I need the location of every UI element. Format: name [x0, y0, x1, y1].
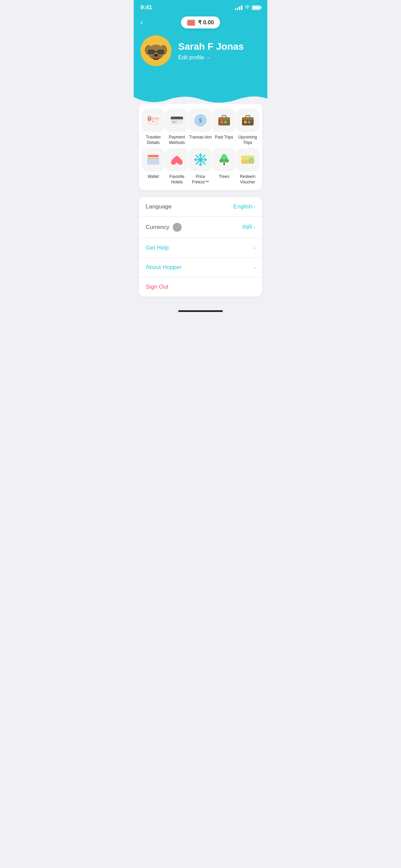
favorite-hotels-icon: [165, 148, 189, 171]
grid-item-traveler-details[interactable]: ★ Traveler Details: [142, 109, 165, 145]
payment-methods-label: Payment Methods: [165, 135, 189, 145]
svg-point-39: [244, 121, 247, 123]
svg-rect-10: [155, 51, 157, 52]
profile-info: Sarah F Jonas Edit profile →: [178, 41, 244, 61]
svg-rect-57: [223, 162, 225, 165]
upcoming-trips-label: Upcoming Trips: [236, 135, 259, 145]
wallet-label: Wallet: [148, 174, 159, 180]
get-help-label: Get Help: [146, 244, 169, 251]
language-value: English ›: [233, 203, 255, 210]
redeem-voucher-icon: $: [236, 148, 259, 171]
traveler-details-icon: ★: [142, 109, 165, 132]
trees-icon: [212, 148, 236, 171]
svg-rect-25: [172, 121, 177, 122]
language-label: Language: [146, 203, 172, 210]
upcoming-trips-icon: [236, 109, 259, 132]
wave-divider: [134, 87, 267, 104]
currency-dot: [173, 223, 182, 232]
currency-chevron: ›: [254, 225, 255, 230]
svg-rect-11: [148, 50, 154, 53]
home-bar: [178, 310, 223, 312]
traveler-details-label: Traveler Details: [142, 135, 165, 145]
status-icons: [235, 5, 260, 10]
grid-item-trees[interactable]: Trees: [212, 148, 236, 185]
grid-item-upcoming-trips[interactable]: Upcoming Trips: [236, 109, 259, 145]
status-time: 9:41: [141, 4, 152, 11]
grid-item-price-freeze[interactable]: Price Freeze™: [189, 148, 212, 185]
svg-point-7: [154, 54, 158, 57]
currency-left: Currency: [146, 223, 182, 232]
edit-profile-link[interactable]: Edit profile →: [178, 55, 244, 61]
svg-rect-41: [147, 158, 159, 165]
svg-rect-24: [171, 118, 183, 119]
about-hopper-row[interactable]: About Hopper ›: [139, 258, 262, 277]
currency-row[interactable]: Currency INR ›: [139, 217, 262, 238]
language-chevron: ›: [254, 204, 255, 209]
profile-name: Sarah F Jonas: [178, 41, 244, 52]
price-freeze-label: Price Freeze™: [189, 174, 212, 185]
svg-text:$: $: [250, 159, 252, 162]
header: ‹ ₹ 0.00: [134, 14, 267, 28]
wallet-balance: ₹ 0.00: [198, 19, 214, 26]
grid-item-past-trips[interactable]: Past Trips: [212, 109, 236, 145]
svg-rect-12: [158, 50, 163, 53]
wallet-icon: [187, 20, 195, 26]
avatar: [141, 35, 171, 66]
main-content: ★ Traveler Details Payment Methods: [134, 103, 267, 303]
svg-text:$: $: [199, 118, 202, 123]
back-button[interactable]: ‹: [141, 18, 143, 27]
svg-rect-37: [242, 119, 254, 120]
svg-point-34: [224, 121, 227, 123]
svg-rect-31: [218, 119, 230, 120]
grid-row-1: ★ Traveler Details Payment Methods: [142, 109, 259, 145]
about-hopper-label: About Hopper: [146, 264, 182, 271]
currency-label: Currency: [146, 224, 169, 231]
transaction-label: Transac-tion: [189, 135, 212, 140]
trees-label: Trees: [219, 174, 229, 180]
wallet-icon: [142, 148, 165, 171]
payment-methods-icon: [165, 109, 189, 132]
signal-icon: [235, 5, 242, 10]
svg-rect-32: [222, 116, 226, 118]
grid-item-transaction[interactable]: $ Transac-tion: [189, 109, 212, 145]
grid-item-favorite-hotels[interactable]: Favorite Hotels: [165, 148, 189, 185]
status-bar: 9:41: [134, 0, 267, 14]
favorite-hotels-label: Favorite Hotels: [165, 174, 189, 185]
svg-point-16: [152, 121, 154, 123]
language-row[interactable]: Language English ›: [139, 197, 262, 217]
get-help-chevron: ›: [254, 245, 255, 251]
settings-section: Language English › Currency INR › Get He…: [139, 197, 262, 297]
svg-point-59: [219, 159, 223, 162]
svg-point-40: [248, 121, 251, 123]
grid-section: ★ Traveler Details Payment Methods: [139, 103, 262, 190]
price-freeze-icon: [189, 148, 212, 171]
sign-out-label: Sign Out: [146, 284, 168, 290]
svg-point-33: [220, 121, 223, 123]
grid-item-payment-methods[interactable]: Payment Methods: [165, 109, 189, 145]
wifi-icon: [244, 5, 250, 10]
grid-row-2: Wallet Favorite Hotels: [142, 148, 259, 185]
wallet-pill[interactable]: ₹ 0.00: [181, 16, 220, 28]
svg-text:★: ★: [149, 119, 150, 121]
past-trips-icon: [212, 109, 236, 132]
svg-point-60: [225, 159, 229, 162]
svg-point-61: [222, 154, 227, 159]
svg-rect-44: [148, 155, 159, 157]
redeem-voucher-label: Redeem Voucher: [236, 174, 259, 185]
grid-item-wallet[interactable]: Wallet: [142, 148, 165, 185]
transaction-icon: $: [189, 109, 212, 132]
home-indicator: [134, 303, 267, 315]
get-help-row[interactable]: Get Help ›: [139, 238, 262, 258]
currency-value: INR ›: [242, 224, 255, 231]
svg-rect-38: [246, 116, 250, 118]
past-trips-label: Past Trips: [215, 135, 233, 140]
profile-section: Sarah F Jonas Edit profile →: [134, 28, 267, 87]
svg-rect-26: [172, 123, 175, 123]
sign-out-row[interactable]: Sign Out: [139, 277, 262, 297]
about-hopper-chevron: ›: [254, 265, 255, 270]
grid-item-redeem-voucher[interactable]: $ Redeem Voucher: [236, 148, 259, 185]
battery-icon: [252, 5, 260, 10]
